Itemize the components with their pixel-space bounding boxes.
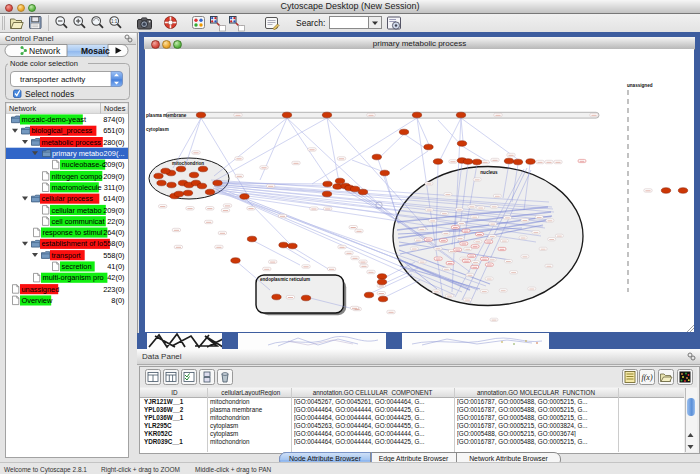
svg-text:280(0): 280(0) (103, 138, 124, 147)
svg-text:264(0): 264(0) (103, 228, 124, 237)
svg-text:transport: transport (52, 251, 81, 260)
svg-text:cellular process: cellular process (42, 194, 94, 203)
svg-text:nitrogen compo: nitrogen compo (52, 172, 103, 181)
svg-text:cellular metabo: cellular metabo (52, 206, 102, 215)
svg-text:Select nodes: Select nodes (25, 89, 74, 99)
svg-text:311(0): 311(0) (104, 183, 125, 192)
svg-text:unassigned: unassigned (22, 285, 60, 294)
svg-text:Node color selection: Node color selection (10, 59, 78, 68)
svg-text:primary metabo: primary metabo (52, 149, 103, 158)
svg-text:22(0): 22(0) (107, 217, 124, 226)
svg-text:unassigned: unassigned (627, 83, 653, 88)
svg-text:8(0): 8(0) (111, 296, 124, 305)
svg-text:223(0): 223(0) (103, 285, 124, 294)
svg-text:Search:: Search: (296, 18, 325, 28)
svg-text:558(0): 558(0) (103, 251, 124, 260)
svg-text:558(0): 558(0) (103, 239, 124, 248)
svg-text:Network: Network (29, 46, 61, 56)
svg-text:multi-organism pro: multi-organism pro (43, 273, 104, 282)
svg-text:Nodes: Nodes (104, 104, 126, 113)
svg-text:endoplasmic reticulum: endoplasmic reticulum (260, 277, 310, 282)
svg-text:biological_process: biological_process (32, 126, 93, 135)
svg-text:209(...: 209(... (104, 149, 125, 158)
svg-text:secretion: secretion (62, 262, 92, 271)
svg-text:cytoplasm: cytoplasm (146, 127, 169, 132)
svg-text:874(0): 874(0) (103, 115, 124, 124)
svg-text:metabolic process: metabolic process (42, 138, 102, 147)
svg-text:42(0): 42(0) (107, 273, 124, 282)
svg-text:209(0): 209(0) (103, 172, 124, 181)
svg-text:209(0): 209(0) (103, 206, 124, 215)
svg-text:f(x): f(x) (641, 373, 652, 382)
svg-text:41(0): 41(0) (107, 262, 124, 271)
svg-text:Overview: Overview (22, 296, 53, 305)
svg-text:Network: Network (9, 104, 36, 113)
svg-text:mosaic-demo-yeast: mosaic-demo-yeast (22, 115, 86, 124)
svg-text:response to stimul: response to stimul (43, 228, 103, 237)
svg-text:transporter activity: transporter activity (20, 75, 85, 84)
svg-text:plasma membrane: plasma membrane (146, 113, 187, 118)
svg-text:614(0): 614(0) (103, 194, 124, 203)
svg-text:establishment of lo: establishment of lo (42, 239, 104, 248)
svg-text:cell communicat: cell communicat (52, 217, 105, 226)
svg-text:Mosaic: Mosaic (81, 46, 110, 56)
svg-text:nucleus: nucleus (480, 170, 498, 175)
svg-text:nucleobase-c: nucleobase-c (62, 160, 106, 169)
svg-text:651(0): 651(0) (103, 126, 124, 135)
svg-text:macromolecule: macromolecule (52, 183, 102, 192)
svg-text:209(0): 209(0) (103, 160, 124, 169)
svg-text:1:1: 1:1 (111, 19, 118, 24)
